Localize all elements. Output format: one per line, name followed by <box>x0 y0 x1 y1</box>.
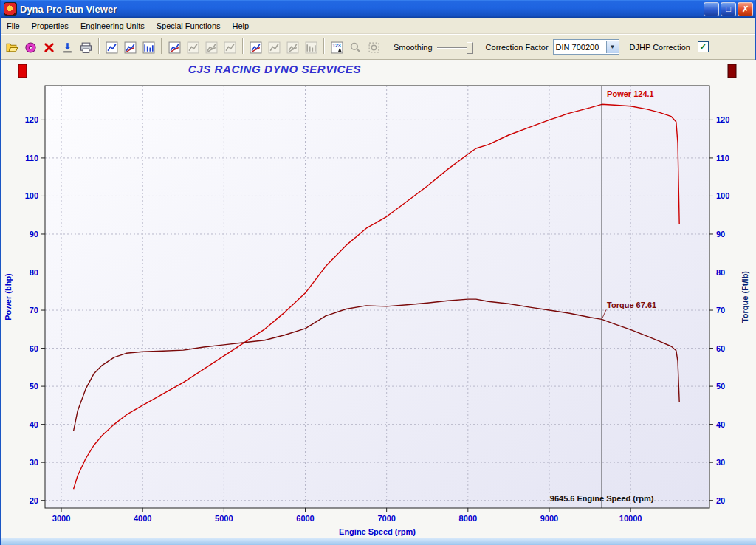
svg-text:123: 123 <box>332 42 341 47</box>
left-tick-label: 100 <box>25 191 38 200</box>
x-tick-label: 7000 <box>377 514 395 523</box>
graph-grid-button <box>303 38 320 57</box>
graph-pair-button <box>284 38 301 57</box>
left-tick-label: 30 <box>30 458 38 467</box>
slider-thumb[interactable] <box>467 42 473 54</box>
zoom-window-icon <box>349 41 362 54</box>
left-tick-label: 40 <box>30 420 38 429</box>
menu-special-functions[interactable]: Special Functions <box>151 19 227 32</box>
chevron-down-icon[interactable]: ▼ <box>606 41 619 53</box>
left-tick-label: 90 <box>30 230 38 239</box>
right-tick-label: 110 <box>716 154 729 162</box>
minimize-button[interactable]: _ <box>704 2 719 16</box>
power-annotation: Power 124.1 <box>607 89 654 98</box>
graph-stack-button <box>266 38 283 57</box>
graph-single-button[interactable] <box>103 38 120 57</box>
app-window: Dyna Pro Run Viewer _ □ ✗ File Propertie… <box>0 0 756 545</box>
import-icon <box>61 41 74 54</box>
right-tick-label: 40 <box>716 420 725 429</box>
x-tick-label: 4000 <box>134 514 151 523</box>
right-tick-label: 20 <box>716 496 725 505</box>
disc-icon <box>24 41 37 54</box>
graph-split-button <box>203 38 220 57</box>
window-title: Dyna Pro Run Viewer <box>20 4 704 15</box>
graph-single-icon <box>106 41 118 54</box>
delete-icon <box>43 41 55 54</box>
smoothing-label: Smoothing <box>394 43 433 52</box>
left-tick-label: 120 <box>25 115 38 124</box>
left-tick-label: 70 <box>30 306 38 315</box>
x-tick-label: 8000 <box>459 514 477 523</box>
cursor-values-icon: 123 <box>331 41 343 54</box>
toolbar-separator <box>242 38 244 54</box>
right-axis-title: Torque (Ft/lb) <box>740 271 749 323</box>
chart-title: CJS RACING DYNO SERVICES <box>188 63 361 75</box>
right-tick-label: 80 <box>716 268 725 277</box>
power-axis-marker <box>18 64 27 78</box>
x-tick-label: 3000 <box>52 514 70 523</box>
x-axis-title: Engine Speed (rpm) <box>339 527 416 536</box>
graph-compare-icon <box>187 41 199 54</box>
graph-pair-icon <box>286 41 299 54</box>
djhp-checkbox[interactable]: ✓ <box>698 41 709 52</box>
x-tick-label: 6000 <box>296 514 314 523</box>
open-button[interactable] <box>4 38 21 57</box>
graph-quad-button <box>221 38 238 57</box>
maximize-button[interactable]: □ <box>721 2 736 16</box>
graph-compare-button <box>185 38 202 57</box>
correction-factor-combobox[interactable]: DIN 700200 ▼ <box>553 39 619 55</box>
graph-overlay-button[interactable] <box>166 38 183 57</box>
menu-properties[interactable]: Properties <box>26 19 75 32</box>
djhp-correction-label: DJHP Correction <box>630 43 690 52</box>
left-tick-label: 80 <box>30 268 38 277</box>
graph-dual-icon <box>124 41 137 54</box>
graph-trace-button[interactable] <box>247 38 264 57</box>
chart-area: 3000400050006000700080009000100002020303… <box>1 60 756 545</box>
left-axis-title: Power (bhp) <box>4 273 13 321</box>
title-bar[interactable]: Dyna Pro Run Viewer _ □ ✗ <box>1 0 755 18</box>
right-tick-label: 90 <box>716 230 725 239</box>
correction-factor-value: DIN 700200 <box>554 43 606 52</box>
zoom-reset-icon <box>368 41 380 54</box>
window-controls: _ □ ✗ <box>704 2 753 16</box>
left-tick-label: 50 <box>30 382 38 391</box>
import-button[interactable] <box>59 38 76 57</box>
zoom-reset-button <box>365 38 382 57</box>
graph-stack-icon <box>268 41 281 54</box>
toolbar-buttons: 123 <box>3 38 383 57</box>
menu-file[interactable]: File <box>1 19 26 32</box>
graph-quad-icon <box>224 41 236 54</box>
toolbar: 123 Smoothing Correction Factor DIN 7002… <box>1 34 755 60</box>
menu-engineering-units[interactable]: Engineering Units <box>75 19 151 32</box>
left-tick-label: 110 <box>25 154 38 162</box>
torque-axis-marker <box>728 64 736 78</box>
graph-fft-button[interactable] <box>140 38 157 57</box>
graph-trace-icon <box>250 41 262 54</box>
right-tick-label: 60 <box>716 344 725 353</box>
x-tick-label: 9000 <box>540 514 558 523</box>
x-tick-label: 5000 <box>215 514 233 523</box>
delete-button[interactable] <box>41 38 58 57</box>
graph-dual-button[interactable] <box>122 38 139 57</box>
toolbar-separator <box>161 38 162 54</box>
right-tick-label: 100 <box>716 191 729 200</box>
smoothing-slider[interactable] <box>437 41 475 53</box>
zoom-window-button <box>347 38 364 57</box>
plot-area[interactable] <box>45 86 709 508</box>
graph-split-icon <box>205 41 218 54</box>
right-tick-label: 30 <box>716 458 725 467</box>
dyno-chart[interactable]: 3000400050006000700080009000100002020303… <box>1 60 756 545</box>
menu-bar: File Properties Engineering Units Specia… <box>1 18 755 34</box>
disc-button[interactable] <box>22 38 39 57</box>
graph-overlay-icon <box>168 41 181 54</box>
x-tick-label: 10000 <box>619 514 642 523</box>
window-bottom-edge <box>1 538 756 545</box>
cursor-values-button[interactable]: 123 <box>329 38 346 57</box>
print-button[interactable] <box>78 38 94 57</box>
correction-factor-label: Correction Factor <box>486 43 549 52</box>
menu-help[interactable]: Help <box>227 19 255 32</box>
app-icon <box>4 2 17 16</box>
close-button[interactable]: ✗ <box>738 2 753 16</box>
open-icon <box>6 41 18 54</box>
left-tick-label: 60 <box>30 344 38 353</box>
